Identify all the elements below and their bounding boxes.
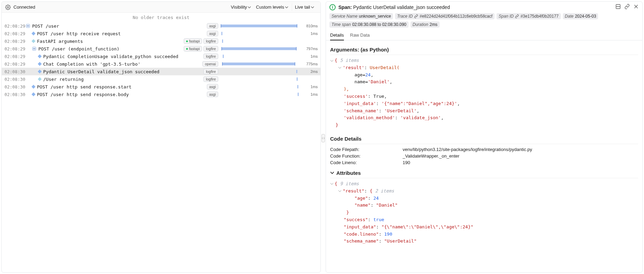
chevron-down-icon <box>248 6 251 9</box>
chevron-down-icon[interactable] <box>338 66 342 69</box>
chip-trace-id[interactable]: Trace ID#e8224d24d41f064b112c6eb9cb58cac… <box>395 13 494 19</box>
custom-levels-dropdown[interactable]: Custom levels <box>256 4 288 10</box>
svg-point-0 <box>7 7 9 8</box>
bullet-icon <box>31 85 35 88</box>
trace-duration: 775ms <box>303 62 318 66</box>
duration-bar <box>221 46 301 51</box>
trace-timestamp: 02:08:29 <box>4 46 26 51</box>
code-details-heading: Code Details <box>330 134 638 144</box>
tag-openai: openai <box>202 61 218 67</box>
duration-bar <box>221 39 301 44</box>
trace-duration: 2ms <box>303 69 318 74</box>
tag-asgi: asgi <box>207 23 218 29</box>
trace-row[interactable]: 02:08:29POST /userasgi810ms <box>2 22 320 30</box>
trace-name: POST /user (endpoint_function) <box>38 46 119 51</box>
trace-timestamp: 02:08:29 <box>4 23 26 29</box>
trace-timestamp: 02:08:29 <box>4 54 26 59</box>
trace-name: POST /user <box>32 23 59 29</box>
trace-timestamp: 02:08:29 <box>4 39 26 44</box>
chip-time-span: Time span02:08:30.088 to 02:08:30.090 <box>329 21 408 28</box>
attributes-heading[interactable]: Attributes <box>330 166 638 178</box>
collapse-icon[interactable] <box>26 24 30 28</box>
duration-bar <box>221 23 301 28</box>
collapse-icon[interactable] <box>32 47 36 51</box>
trace-row[interactable]: 02:08:30POST /user http send response.bo… <box>2 91 320 98</box>
trace-timestamp: 02:08:30 <box>4 92 26 97</box>
gear-icon[interactable] <box>5 4 11 10</box>
tag-logfire: logfire <box>203 38 218 44</box>
trace-name: POST /user http send response.start <box>37 84 132 89</box>
no-older-traces: No older traces exist <box>2 13 320 22</box>
tag-fastapi: fastapi <box>184 46 202 51</box>
trace-duration: 797ms <box>303 47 318 51</box>
tab-details[interactable]: Details <box>330 30 344 40</box>
chevron-down-icon[interactable] <box>338 189 342 193</box>
bullet-icon <box>38 62 41 66</box>
chip-span-id[interactable]: Span ID#3e175db4f0b20177 <box>497 13 560 19</box>
trace-duration: 810ms <box>303 24 318 28</box>
bullet-icon <box>38 54 41 58</box>
connected-label: Connected <box>13 4 35 10</box>
trace-row[interactable]: 02:08:29Chat Completion with 'gpt-3.5-tu… <box>2 60 320 68</box>
span-tabs: Details Raw Data <box>326 30 642 40</box>
chevron-down-icon[interactable] <box>330 59 334 63</box>
tag-asgi: asgi <box>207 92 218 97</box>
live-tail-dropdown[interactable]: Live tail <box>292 3 317 11</box>
chevron-down-icon[interactable] <box>330 182 334 186</box>
chip-date: Date2024-05-03 <box>563 13 598 19</box>
duration-bar <box>221 69 301 74</box>
collapse-panel-icon[interactable] <box>615 4 621 10</box>
trace-duration: 1ms <box>303 92 318 96</box>
success-icon: i <box>329 4 336 10</box>
span-title: Span: Pydantic UserDetail validate_json … <box>338 4 450 10</box>
bullet-icon <box>38 77 41 81</box>
duration-bar <box>221 54 301 59</box>
duration-bar <box>221 84 301 89</box>
trace-duration: 1ms <box>303 31 318 36</box>
trace-row[interactable]: 02:08:30Pydantic UserDetail validate_jso… <box>2 68 320 75</box>
visibility-dropdown[interactable]: Visibility <box>231 4 251 10</box>
trace-name: /User returning <box>43 77 84 82</box>
tag-logfire: logfire <box>203 46 218 51</box>
tag-asgi: asgi <box>207 84 218 89</box>
code-filepath: Code Filepath:venv/lib/python3.12/site-p… <box>330 146 638 153</box>
trace-toolbar: Connected Visibility Custom levels Live … <box>2 2 320 13</box>
bullet-icon <box>31 92 35 96</box>
trace-name: POST /user http send response.body <box>37 92 129 97</box>
trace-name: Pydantic UserDetail validate_json succee… <box>43 69 160 74</box>
chip-service-name: Service Nameunknown_service <box>329 13 393 19</box>
tag-logfire: logfire <box>203 69 218 74</box>
link-icon <box>515 14 519 18</box>
trace-row[interactable]: 02:08:29Pydantic CompletionUsage validat… <box>2 53 320 60</box>
span-header: i Span: Pydantic UserDetail validate_jso… <box>326 2 642 12</box>
tag-logfire: logfire <box>203 54 218 59</box>
code-lineno: Code Lineno:190 <box>330 159 638 166</box>
span-detail-panel: i Span: Pydantic UserDetail validate_jso… <box>326 1 643 273</box>
duration-bar <box>221 62 301 66</box>
trace-name: FastAPI arguments <box>37 39 83 44</box>
trace-row[interactable]: 02:08:30/User returninglogfire <box>2 75 320 83</box>
splitter-handle-icon[interactable] <box>321 134 325 142</box>
duration-bar <box>221 77 301 82</box>
bullet-icon <box>31 39 35 43</box>
bullet-icon <box>38 69 41 73</box>
trace-timestamp: 02:08:30 <box>4 84 26 89</box>
trace-timestamp: 02:08:30 <box>4 77 26 82</box>
panel-splitter[interactable] <box>322 0 324 274</box>
trace-row[interactable]: 02:08:29POST /user (endpoint_function)fa… <box>2 45 320 53</box>
tag-fastapi: fastapi <box>184 38 202 44</box>
link-icon <box>414 14 418 18</box>
chevron-down-icon <box>285 6 288 9</box>
link-icon[interactable] <box>624 4 630 10</box>
bullet-icon <box>31 31 35 35</box>
span-meta-chips: Service Nameunknown_service Trace ID#e82… <box>326 12 642 30</box>
attributes-json: { 9 items "result": { 2 items "age": 24 … <box>330 180 638 245</box>
trace-row[interactable]: 02:08:30POST /user http send response.st… <box>2 83 320 91</box>
arguments-heading: Arguments: (as Python) <box>330 45 638 55</box>
trace-row[interactable]: 02:08:29POST /user http receive requesta… <box>2 30 320 37</box>
tab-raw-data[interactable]: Raw Data <box>350 30 370 40</box>
trace-row[interactable]: 02:08:29FastAPI argumentsfastapilogfire <box>2 37 320 45</box>
trace-timestamp: 02:08:30 <box>4 69 26 74</box>
trace-duration: 1ms <box>303 85 318 89</box>
close-icon[interactable] <box>633 4 639 10</box>
